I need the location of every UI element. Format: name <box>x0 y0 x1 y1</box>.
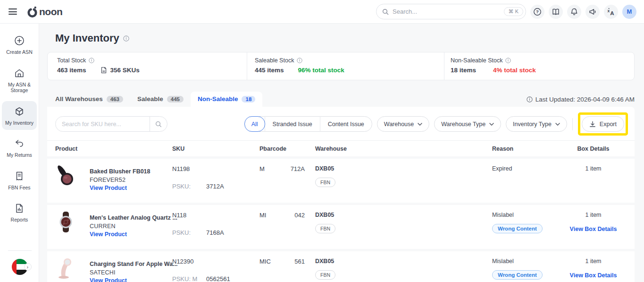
global-search-input[interactable] <box>393 8 504 15</box>
sidebar-item-my-asn-storage[interactable]: My ASN & Storage <box>2 63 37 98</box>
pbarcode-end: 712A <box>291 165 305 203</box>
box-qty: 1 item <box>552 258 635 265</box>
sidebar-item-my-inventory[interactable]: My Inventory <box>2 101 37 130</box>
tab-all-warehouses[interactable]: All Warehouses 463 <box>48 92 130 107</box>
sidebar-item-create-asn[interactable]: Create ASN <box>2 30 37 60</box>
svg-text:A: A <box>610 10 614 16</box>
view-box-details-link[interactable]: View Box Details <box>570 226 617 232</box>
saleable-stock-stat: Saleable Stock 445 items 96% total stock <box>247 52 444 80</box>
product-image <box>55 258 76 279</box>
tab-count-badge: 18 <box>242 96 255 103</box>
psku-label: PSKU: <box>172 229 191 236</box>
sidebar-item-reports[interactable]: Reports <box>2 198 37 227</box>
country-selector[interactable]: › <box>11 258 28 275</box>
col-warehouse: Warehouse <box>315 145 492 152</box>
sidebar-label: My ASN & Storage <box>3 82 36 94</box>
sku-search-input[interactable] <box>56 121 150 128</box>
view-product-link[interactable]: View Product <box>90 185 127 191</box>
last-updated: Last Updated: 2026-04-09 6:46 AM <box>527 96 635 107</box>
stat-label: Saleable Stock <box>255 57 294 64</box>
info-icon[interactable] <box>297 58 302 63</box>
svg-text:x: x <box>608 8 610 13</box>
view-product-link[interactable]: View Product <box>90 277 127 282</box>
sidebar: Create ASN My ASN & Storage My Inventory… <box>0 24 39 282</box>
product-name: Men's Leather Analog Quartz ... <box>90 214 177 221</box>
non-saleable-stock-stat: Non-Saleable Stock 18 items 4% total sto… <box>444 52 634 80</box>
warehouse-icon <box>14 68 25 79</box>
main-content: My Inventory Total Stock 463 items 356 S… <box>39 24 644 282</box>
sidebar-item-fbn-fees[interactable]: FBN Fees <box>2 166 37 195</box>
guide-button[interactable] <box>549 5 563 19</box>
col-product: Product <box>47 145 172 152</box>
psku-value: 3712A <box>206 183 224 190</box>
warehouse-type-dropdown[interactable]: Warehouse Type <box>434 116 501 132</box>
fbn-badge: FBN <box>315 270 335 280</box>
menu-icon[interactable] <box>8 9 17 15</box>
dropdown-label: Inventory Type <box>513 121 552 128</box>
sku-search[interactable] <box>55 116 167 132</box>
export-highlight: Export <box>578 112 628 136</box>
language-button[interactable]: x A <box>604 5 618 19</box>
global-search[interactable]: ⌘ K <box>376 4 526 19</box>
tab-non-saleable[interactable]: Non-Saleable 18 <box>191 92 262 107</box>
wrong-content-badge: Wrong Content <box>492 224 543 233</box>
saleable-percent: 96% total stock <box>298 67 344 74</box>
tab-count-badge: 463 <box>107 96 123 103</box>
issue-filter-segmented: All Stranded Issue Content Issue <box>244 116 372 132</box>
logo-text: noon <box>39 6 62 18</box>
export-label: Export <box>600 121 617 128</box>
reason-text: Expired <box>492 165 552 172</box>
filter-all[interactable]: All <box>244 116 265 132</box>
psku-value: 7168A <box>206 229 224 236</box>
megaphone-icon <box>588 8 597 16</box>
total-stock-stat: Total Stock 463 items 356 SKUs <box>48 52 247 80</box>
col-box-details: Box Details <box>552 145 635 152</box>
dropdown-label: Warehouse Type <box>441 121 485 128</box>
box-qty: 1 item <box>552 212 635 218</box>
chevron-down-icon <box>418 123 422 126</box>
wrong-content-badge: Wrong Content <box>492 270 543 280</box>
table-row: Charging Stand For Apple Wa... SATECHI V… <box>47 251 635 282</box>
noon-logo[interactable]: noon <box>26 6 62 18</box>
topbar: noon ⌘ K ? <box>0 0 644 24</box>
download-icon <box>589 121 596 128</box>
stock-summary-card: Total Stock 463 items 356 SKUs Saleable … <box>47 52 635 80</box>
help-button[interactable]: ? <box>530 5 544 19</box>
info-icon[interactable] <box>123 35 129 42</box>
sidebar-label: FBN Fees <box>8 185 30 191</box>
view-box-details-link[interactable]: View Box Details <box>570 272 617 279</box>
bell-icon <box>570 8 578 16</box>
svg-text:?: ? <box>536 9 539 14</box>
inventory-type-dropdown[interactable]: Inventory Type <box>506 116 567 132</box>
col-reason: Reason <box>492 145 552 152</box>
page-title: My Inventory <box>55 32 119 44</box>
sku-doc-icon <box>100 67 107 74</box>
view-product-link[interactable]: View Product <box>90 231 127 238</box>
tab-saleable[interactable]: Saleable 445 <box>130 92 191 107</box>
sidebar-item-my-returns[interactable]: My Returns <box>2 133 37 162</box>
dropdown-label: Warehouse <box>384 121 414 128</box>
announcements-button[interactable] <box>585 5 600 19</box>
search-icon <box>155 121 162 128</box>
search-shortcut-badge: ⌘ K <box>504 7 523 16</box>
sidebar-label: My Inventory <box>5 120 33 126</box>
stat-label: Non-Saleable Stock <box>451 57 502 64</box>
notifications-button[interactable] <box>567 5 581 19</box>
info-icon[interactable] <box>89 58 94 63</box>
divider <box>572 118 573 130</box>
product-name: Charging Stand For Apple Wa... <box>90 261 178 267</box>
export-button[interactable]: Export <box>582 116 624 132</box>
chevron-down-icon <box>489 123 494 126</box>
avatar[interactable]: M <box>622 5 636 19</box>
return-arrow-icon <box>14 138 25 149</box>
warehouse-dropdown[interactable]: Warehouse <box>377 116 429 132</box>
language-icon: x A <box>607 8 615 16</box>
tab-label: Non-Saleable <box>198 95 238 103</box>
help-icon: ? <box>533 8 542 16</box>
filter-stranded-issue[interactable]: Stranded Issue <box>265 116 320 132</box>
sku-search-button[interactable] <box>150 116 167 132</box>
psku-label: PSKU: <box>172 183 191 190</box>
info-icon[interactable] <box>505 58 511 63</box>
reason-text: Mislabel <box>492 258 552 265</box>
filter-content-issue[interactable]: Content Issue <box>320 116 372 132</box>
